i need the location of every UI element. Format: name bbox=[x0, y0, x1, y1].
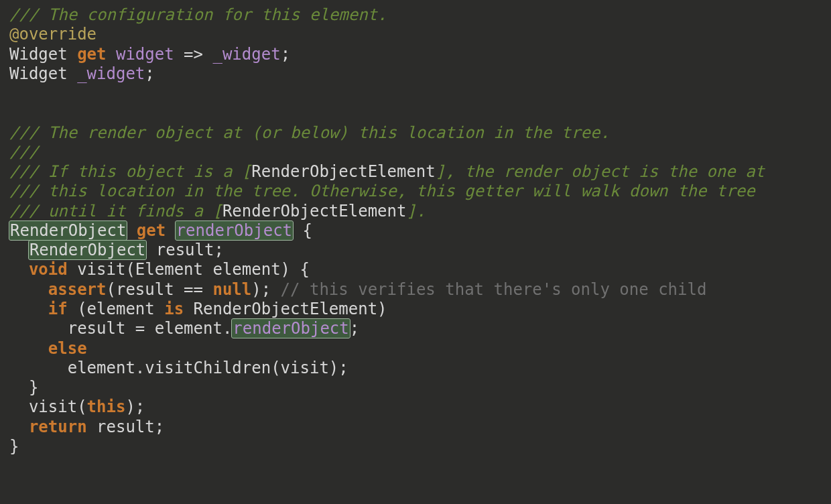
doc-comment: /// The render object at (or below) this… bbox=[9, 123, 610, 142]
keyword-is: is bbox=[164, 300, 184, 318]
code-line: /// The configuration for this element. bbox=[9, 5, 387, 24]
arrow: => bbox=[174, 45, 213, 64]
code-line: if (element is RenderObjectElement) bbox=[9, 300, 387, 318]
keyword-this: this bbox=[87, 397, 126, 416]
doc-comment: /// until it finds a [ bbox=[9, 202, 222, 220]
code-line: RenderObject get renderObject { bbox=[9, 221, 312, 240]
code-line: /// The render object at (or below) this… bbox=[9, 123, 610, 142]
semicolon: ; bbox=[350, 319, 359, 338]
code-line: /// bbox=[9, 143, 38, 162]
doc-comment: /// bbox=[9, 143, 38, 162]
property-renderobject-highlight: renderObject bbox=[232, 319, 349, 338]
keyword-get: get bbox=[137, 221, 166, 240]
code-line: else bbox=[9, 339, 87, 358]
code-line: assert(result == null); // this verifies… bbox=[9, 280, 706, 299]
code-line: RenderObject result; bbox=[9, 241, 224, 259]
code-line: } bbox=[9, 378, 38, 397]
code-line: void visit(Element element) { bbox=[9, 260, 310, 279]
code-line: result = element.renderObject; bbox=[9, 319, 359, 338]
if-rest: RenderObjectElement) bbox=[184, 300, 387, 318]
getter-name-widget: widget bbox=[116, 45, 174, 64]
close-brace-inner: } bbox=[9, 378, 38, 397]
semicolon: ; bbox=[145, 64, 154, 83]
code-line: return result; bbox=[9, 418, 164, 436]
annotation-at: @ bbox=[9, 25, 19, 44]
assert-close: ); bbox=[251, 280, 280, 299]
keyword-null: null bbox=[212, 280, 251, 299]
code-line: /// If this object is a [RenderObjectEle… bbox=[9, 162, 765, 181]
semicolon: ; bbox=[281, 45, 290, 64]
function-visit-decl: visit(Element element) { bbox=[68, 260, 310, 279]
code-line: visit(this); bbox=[9, 397, 145, 416]
keyword-else: else bbox=[48, 339, 87, 358]
doc-comment: ]. bbox=[406, 202, 426, 220]
doc-ref-renderobjectelement: RenderObjectElement bbox=[251, 162, 436, 181]
doc-ref-renderobjectelement: RenderObjectElement bbox=[222, 202, 407, 220]
call-visit: visit( bbox=[29, 397, 87, 416]
type-widget: Widget bbox=[9, 64, 77, 83]
code-line: } bbox=[9, 437, 19, 456]
code-editor[interactable]: /// The configuration for this element. … bbox=[0, 0, 831, 462]
code-line: Widget _widget; bbox=[9, 64, 155, 83]
field-widget: _widget bbox=[212, 45, 280, 64]
type-renderobject-highlight: RenderObject bbox=[9, 221, 127, 240]
doc-comment: ], the render object is the one at bbox=[436, 162, 765, 181]
getter-name-renderobject-highlight: renderObject bbox=[176, 221, 293, 240]
type-renderobject-highlight: RenderObject bbox=[29, 241, 146, 259]
assert-expr: (result == bbox=[107, 280, 213, 299]
keyword-assert: assert bbox=[48, 280, 107, 299]
keyword-get: get bbox=[77, 45, 106, 64]
assign-lhs: result = element. bbox=[68, 319, 233, 338]
annotation-override: override bbox=[19, 25, 97, 44]
field-widget: _widget bbox=[77, 64, 145, 83]
code-line: element.visitChildren(visit); bbox=[9, 359, 348, 377]
line-comment: // this verifies that there's only one c… bbox=[281, 280, 707, 299]
code-line: Widget get widget => _widget; bbox=[9, 45, 290, 64]
code-line: /// until it finds a [RenderObjectElemen… bbox=[9, 202, 426, 220]
close-brace-outer: } bbox=[9, 437, 19, 456]
code-line: @override bbox=[9, 25, 97, 44]
open-brace: { bbox=[293, 221, 312, 240]
doc-comment: /// this location in the tree. Otherwise… bbox=[9, 182, 755, 200]
code-line: /// this location in the tree. Otherwise… bbox=[9, 182, 755, 200]
keyword-return: return bbox=[29, 418, 87, 436]
local-result: result; bbox=[146, 241, 224, 259]
call-close: ); bbox=[125, 397, 145, 416]
type-widget: Widget bbox=[9, 45, 77, 64]
return-rest: result; bbox=[87, 418, 165, 436]
else-body: element.visitChildren(visit); bbox=[68, 359, 348, 377]
keyword-void: void bbox=[29, 260, 68, 279]
doc-comment: /// If this object is a [ bbox=[9, 162, 251, 181]
doc-comment: /// The configuration for this element. bbox=[9, 5, 387, 24]
keyword-if: if bbox=[48, 300, 68, 318]
